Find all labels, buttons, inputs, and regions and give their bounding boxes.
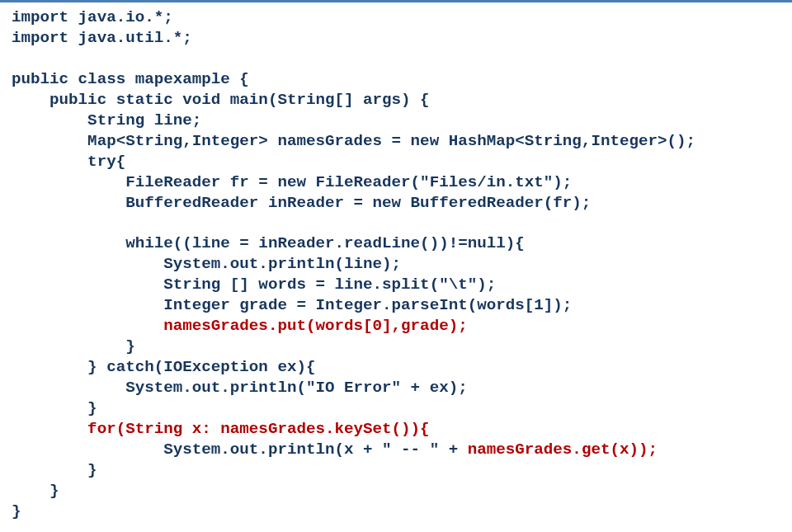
code-line: } xyxy=(12,502,21,520)
code-line: } xyxy=(12,461,97,479)
code-line: } xyxy=(12,399,97,417)
code-line: System.out.println("IO Error" + ex); xyxy=(12,379,468,397)
code-line: FileReader fr = new FileReader("Files/in… xyxy=(12,173,572,191)
code-line: public static void main(String[] args) { xyxy=(12,91,430,109)
code-line: System.out.println(x + " -- " + xyxy=(12,440,468,459)
code-line: public class mapexample { xyxy=(12,70,249,88)
code-line: } catch(IOException ex){ xyxy=(12,358,315,376)
code-line: while((line = inReader.readLine())!=null… xyxy=(12,234,525,252)
code-span-highlight: namesGrades.get(x)); xyxy=(468,440,658,459)
code-line: import java.util.*; xyxy=(12,29,192,47)
code-line: String [] words = line.split("\t"); xyxy=(12,275,496,294)
code-block: import java.io.*; import java.util.*; pu… xyxy=(0,7,792,522)
code-line: BufferedReader inReader = new BufferedRe… xyxy=(12,194,591,212)
code-line: Map<String,Integer> namesGrades = new Ha… xyxy=(12,132,695,150)
code-line-highlight: for(String x: namesGrades.keySet()){ xyxy=(12,420,430,438)
code-slide: import java.io.*; import java.util.*; pu… xyxy=(0,0,792,532)
code-line: } xyxy=(12,482,59,500)
code-line: import java.io.*; xyxy=(12,8,173,26)
code-line: } xyxy=(12,337,135,355)
code-line: Integer grade = Integer.parseInt(words[1… xyxy=(12,296,572,314)
code-line: System.out.println(line); xyxy=(12,255,401,273)
code-line: String line; xyxy=(12,111,201,129)
code-line: try{ xyxy=(12,153,125,171)
code-line-highlight: namesGrades.put(words[0],grade); xyxy=(12,317,468,335)
